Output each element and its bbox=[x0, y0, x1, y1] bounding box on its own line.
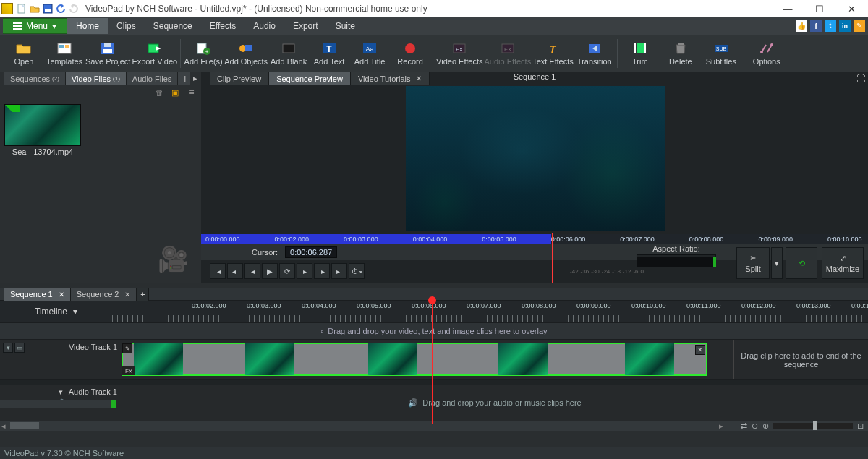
main-menu-button[interactable]: Menu ▾ bbox=[3, 18, 67, 34]
new-icon[interactable] bbox=[16, 3, 27, 14]
sequence-tab-1[interactable]: Sequence 2✕ bbox=[71, 288, 137, 301]
menu-audio[interactable]: Audio bbox=[244, 18, 284, 34]
save-icon[interactable] bbox=[42, 3, 54, 14]
toolbar-export-video[interactable]: Export Video bbox=[132, 36, 177, 71]
toolbar-templates[interactable]: Templates bbox=[45, 36, 84, 71]
swap-view-icon[interactable]: ⇄ bbox=[741, 421, 747, 431]
toolbar-add-objects[interactable]: Add Objects bbox=[224, 36, 268, 71]
sequence-tab-0[interactable]: Sequence 1✕ bbox=[4, 288, 71, 301]
toolbar-transition[interactable]: Transition bbox=[575, 36, 614, 71]
close-button[interactable]: ✕ bbox=[842, 4, 861, 14]
toolbar-trim[interactable]: Trim bbox=[621, 36, 660, 71]
zoom-fit-icon[interactable]: ⊡ bbox=[857, 421, 864, 431]
timeline-playhead[interactable] bbox=[432, 301, 433, 424]
audio-level-bar[interactable] bbox=[0, 400, 116, 408]
go-end-button[interactable]: ▸| bbox=[331, 263, 347, 279]
timeline-scrollbar[interactable]: ◂ ▸ ⇄ ⊖ ⊕ ⊡ bbox=[0, 421, 868, 431]
toolbar-add-files[interactable]: +Add File(s) bbox=[184, 36, 223, 71]
menu-export[interactable]: Export bbox=[284, 18, 327, 34]
toolbar-add-blank[interactable]: Add Blank bbox=[269, 36, 308, 71]
bin-listview-icon[interactable]: ≣ bbox=[185, 87, 197, 98]
bin-tab-2[interactable]: Audio Files bbox=[127, 72, 178, 85]
video-track-body[interactable]: ✎ FX ✕ Drag clip here to add to end of t… bbox=[122, 340, 868, 379]
preview-tab-1[interactable]: Sequence Preview bbox=[269, 72, 351, 85]
zoom-slider[interactable] bbox=[773, 423, 853, 429]
next-frame-button[interactable]: |▸ bbox=[314, 263, 330, 279]
menu-sequence[interactable]: Sequence bbox=[145, 18, 201, 34]
facebook-icon[interactable]: f bbox=[810, 20, 822, 32]
360-button[interactable]: ⟲ bbox=[786, 247, 817, 279]
toolbar-record[interactable]: Record bbox=[391, 36, 430, 71]
loop-button[interactable]: ⟳ bbox=[279, 263, 295, 279]
popout-icon[interactable]: ⛶ bbox=[856, 74, 865, 84]
bin-tab-1[interactable]: Video Files (1) bbox=[66, 72, 127, 85]
linkedin-icon[interactable]: in bbox=[839, 20, 851, 32]
toolbar-video-effects[interactable]: FXVideo Effects bbox=[436, 36, 482, 71]
drag-end-hint[interactable]: Drag clip here to add to end of the sequ… bbox=[733, 340, 868, 379]
toolbar-save-project[interactable]: Save Project bbox=[85, 36, 130, 71]
like-icon[interactable]: 👍 bbox=[796, 20, 807, 32]
split-button[interactable]: ✂ Split bbox=[736, 247, 770, 279]
overlay-track[interactable]: ▫ Drag and drop your video, text and ima… bbox=[0, 322, 868, 340]
bin-tab-3[interactable]: I bbox=[178, 72, 190, 85]
preview-tab-0[interactable]: Clip Preview bbox=[210, 72, 269, 85]
timeline-label[interactable]: Timeline ▾ bbox=[0, 306, 112, 317]
toolbar-options[interactable]: Options bbox=[747, 36, 786, 71]
scroll-thumb[interactable] bbox=[10, 422, 39, 429]
video-clip[interactable]: ✎ FX ✕ bbox=[122, 343, 707, 376]
rewind-button[interactable]: ◂ bbox=[244, 263, 260, 279]
speed-button[interactable]: ⏱▾ bbox=[349, 263, 365, 279]
bin-delete-icon[interactable]: 🗑 bbox=[153, 87, 165, 98]
minimize-button[interactable]: — bbox=[778, 4, 797, 14]
zoom-out-icon[interactable]: ⊖ bbox=[752, 421, 758, 431]
add-sequence-button[interactable]: + bbox=[137, 288, 149, 301]
toolbar-add-text[interactable]: TAdd Text bbox=[310, 36, 349, 71]
atrack-collapse-toggle[interactable]: ▾ bbox=[59, 387, 69, 397]
toolbar-add-title[interactable]: AaAdd Title bbox=[350, 36, 389, 71]
clip-remove-button[interactable]: ✕ bbox=[695, 345, 705, 355]
preview-tab-2[interactable]: Video Tutorials✕ bbox=[351, 72, 430, 85]
speaker-icon: 🔊 bbox=[408, 398, 418, 408]
toolbar-text-effects[interactable]: TText Effects bbox=[532, 36, 574, 71]
maximize-button[interactable]: ☐ bbox=[810, 4, 829, 14]
track-collapse-toggle[interactable]: ▾ bbox=[3, 343, 13, 353]
go-start-button[interactable]: |◂ bbox=[210, 263, 226, 279]
zoom-in-icon[interactable]: ⊕ bbox=[762, 421, 769, 431]
play-button[interactable]: ▶ bbox=[262, 263, 278, 279]
bin-addfolder-icon[interactable]: ▣ bbox=[169, 87, 181, 98]
twitter-icon[interactable]: t bbox=[825, 20, 836, 32]
maximize-preview-button[interactable]: ⤢ Maximize bbox=[822, 247, 864, 279]
bin-tab-0[interactable]: Sequences (2) bbox=[4, 72, 66, 85]
prev-frame-button[interactable]: ◂| bbox=[227, 263, 243, 279]
forward-button[interactable]: ▸ bbox=[297, 263, 312, 279]
timeline-ruler[interactable]: 0:00:02.0000:00:03.0000:00:04.0000:00:05… bbox=[112, 301, 868, 322]
menu-clips[interactable]: Clips bbox=[108, 18, 145, 34]
add-files-icon: + bbox=[195, 41, 211, 56]
preview-time-ruler[interactable]: 0:00:00.0000:00:02.0000:00:03.0000:00:04… bbox=[201, 234, 868, 244]
preview-video bbox=[406, 86, 665, 231]
clip-fx-label[interactable]: FX bbox=[122, 366, 135, 375]
toolbar-delete[interactable]: Delete bbox=[661, 36, 700, 71]
tab-close-icon[interactable]: ✕ bbox=[416, 74, 422, 82]
open-icon[interactable] bbox=[29, 3, 41, 14]
menu-effects[interactable]: Effects bbox=[201, 18, 244, 34]
menu-suite[interactable]: Suite bbox=[327, 18, 364, 34]
preview-playhead[interactable] bbox=[552, 233, 553, 283]
split-dropdown[interactable]: ▾ bbox=[771, 247, 783, 279]
feedback-icon[interactable]: ✎ bbox=[854, 20, 865, 32]
menu-home[interactable]: Home bbox=[67, 18, 108, 34]
cursor-value[interactable]: 0:00:06.287 bbox=[285, 246, 337, 258]
redo-icon[interactable] bbox=[68, 3, 80, 14]
toolbar-open[interactable]: Open bbox=[4, 36, 43, 71]
toolbar-subtitles[interactable]: SUBSubtitles bbox=[702, 36, 741, 71]
tab-close-icon[interactable]: ✕ bbox=[59, 291, 64, 299]
clip-edit-icon[interactable]: ✎ bbox=[122, 343, 132, 353]
toolbar-audio-effects[interactable]: FXAudio Effects bbox=[485, 36, 532, 71]
bin-tabs-overflow[interactable]: ▸ bbox=[190, 74, 200, 83]
audio-hint: Drag and drop your audio or music clips … bbox=[422, 398, 582, 407]
undo-icon[interactable] bbox=[55, 3, 67, 14]
media-item[interactable]: Sea - 13704.mp4 bbox=[4, 104, 81, 156]
audio-track-body[interactable]: 🔊 Drag and drop your audio or music clip… bbox=[122, 385, 868, 421]
tab-close-icon[interactable]: ✕ bbox=[124, 291, 130, 299]
track-visible-toggle[interactable]: ▭ bbox=[14, 343, 25, 353]
